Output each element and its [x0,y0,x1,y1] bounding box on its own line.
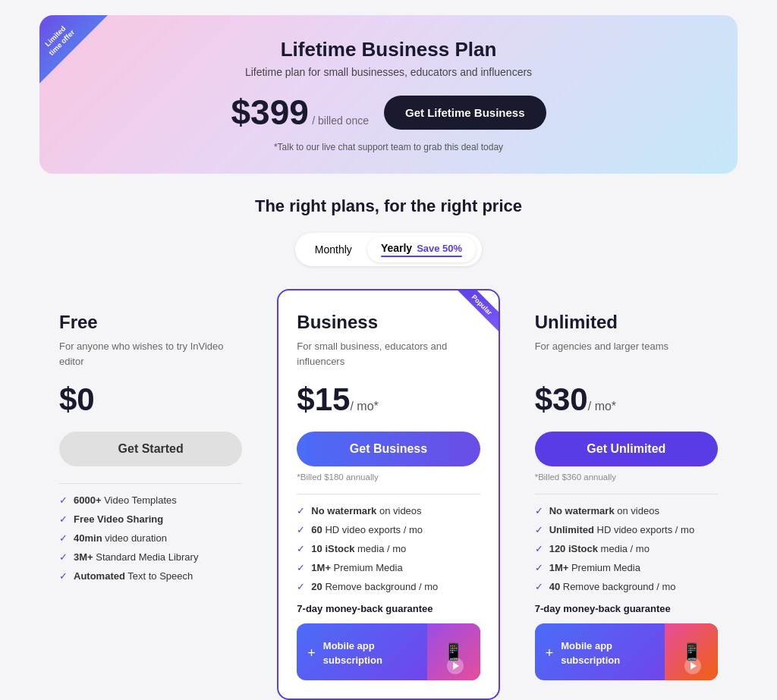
list-item: ✓ 3M+ Standard Media Library [59,551,242,563]
play-triangle-icon [453,662,459,670]
hero-banner: Limited time offer Lifetime Business Pla… [39,15,738,174]
check-icon: ✓ [297,524,305,535]
unlimited-mobile-app[interactable]: + Mobile appsubscription 📱 [535,623,718,680]
mobile-app-preview: 📱 [427,623,480,680]
unlimited-guarantee: 7-day money-back guarantee [535,603,718,614]
plan-free-name: Free [59,312,242,333]
list-item: ✓ 10 iStock media / mo [297,543,480,554]
mobile-app-text: Mobile appsubscription [323,639,382,667]
plan-free-desc: For anyone who wishes to try InVideo edi… [59,339,242,369]
business-get-button[interactable]: Get Business [297,432,480,466]
check-icon: ✓ [59,532,68,544]
unlimited-get-button[interactable]: Get Unlimited [535,432,718,466]
billing-toggle: Monthly Yearly Save 50% [295,233,482,266]
hero-note: *Talk to our live chat support team to g… [70,142,707,152]
business-mobile-app[interactable]: + Mobile appsubscription 📱 [297,623,480,680]
popular-badge: Popular [445,290,499,344]
list-item: ✓ 120 iStock media / mo [535,543,718,554]
check-icon: ✓ [535,524,543,535]
play-triangle-icon [690,662,697,670]
list-item: ✓ 6000+ Video Templates [59,494,242,506]
divider-unlimited [535,494,718,494]
free-features-list: ✓ 6000+ Video Templates ✓ Free Video Sha… [59,494,242,582]
check-icon: ✓ [59,570,68,582]
plan-business-desc: For small business, educators and influe… [297,339,480,369]
popular-badge-label: Popular [455,290,499,331]
check-icon: ✓ [297,543,305,554]
check-icon: ✓ [297,562,305,573]
list-item: ✓ Automated Text to Speech [59,570,242,582]
hero-subtitle: Lifetime plan for small businesses, educ… [70,66,707,78]
hero-price-suffix: / billed once [312,115,369,127]
list-item: ✓ No watermark on videos [297,505,480,516]
check-icon: ✓ [297,581,305,592]
list-item: ✓ 20 Remove background / mo [297,581,480,592]
toggle-yearly[interactable]: Yearly Save 50% [367,237,476,262]
divider-free [59,483,242,484]
plans-grid: Free For anyone who wishes to try InVide… [39,289,738,700]
list-item: ✓ 40min video duration [59,532,242,544]
list-item: ✓ Free Video Sharing [59,513,242,525]
unlimited-features-list: ✓ No watermark on videos ✓ Unlimited HD … [535,505,718,592]
hero-price-row: $399 / billed once Get Lifetime Business [70,92,707,133]
check-icon: ✓ [535,505,543,516]
toggle-pill: Monthly Yearly Save 50% [295,233,482,266]
plan-free-price: $0 [59,381,242,418]
plan-business-price: $15/ mo* [297,381,480,418]
hero-cta-button[interactable]: Get Lifetime Business [384,96,546,130]
hero-title: Lifetime Business Plan [70,38,707,61]
plan-unlimited: Unlimited For agencies and larger teams … [515,289,738,700]
list-item: ✓ No watermark on videos [535,505,718,516]
plus-icon: + [546,645,554,661]
check-icon: ✓ [535,562,543,573]
list-item: ✓ Unlimited HD video exports / mo [535,524,718,535]
play-button [684,658,701,674]
check-icon: ✓ [59,513,68,525]
list-item: ✓ 1M+ Premium Media [297,562,480,573]
section-title: The right plans, for the right price [255,196,522,216]
yearly-underline [381,256,462,257]
plan-unlimited-name: Unlimited [535,312,718,333]
check-icon: ✓ [59,494,68,506]
play-button [447,658,464,674]
plan-unlimited-desc: For agencies and larger teams [535,339,718,369]
hero-price: $399 [231,93,308,132]
plan-free: Free For anyone who wishes to try InVide… [39,289,262,700]
list-item: ✓ 40 Remove background / mo [535,581,718,592]
unlimited-billed-note: *Billed $360 annually [535,472,718,482]
check-icon: ✓ [59,551,68,563]
business-guarantee: 7-day money-back guarantee [297,603,480,614]
free-get-started-button[interactable]: Get Started [59,432,242,466]
plan-unlimited-price: $30/ mo* [535,381,718,418]
check-icon: ✓ [535,581,543,592]
hero-price-group: $399 / billed once [231,92,369,133]
mobile-app-preview: 📱 [665,623,718,680]
check-icon: ✓ [297,505,305,516]
list-item: ✓ 1M+ Premium Media [535,562,718,573]
divider-business [297,494,480,494]
toggle-monthly[interactable]: Monthly [301,238,366,261]
business-billed-note: *Billed $180 annually [297,472,480,482]
list-item: ✓ 60 HD video exports / mo [297,524,480,535]
mobile-app-text: Mobile appsubscription [561,639,620,667]
save-badge: Save 50% [417,243,462,254]
plan-business: Popular Business For small business, edu… [277,289,499,700]
check-icon: ✓ [535,543,543,554]
business-features-list: ✓ No watermark on videos ✓ 60 HD video e… [297,505,480,592]
plus-icon: + [307,645,316,661]
